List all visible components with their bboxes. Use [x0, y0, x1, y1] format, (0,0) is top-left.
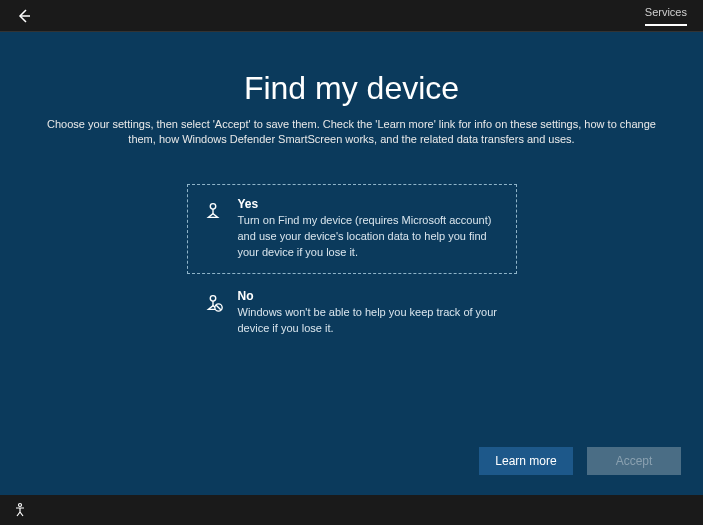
header-right: Services [645, 6, 687, 26]
accessibility-icon [12, 502, 28, 518]
options-group: Yes Turn on Find my device (requires Mic… [187, 184, 517, 352]
back-button[interactable] [16, 8, 32, 24]
option-yes-text: Yes Turn on Find my device (requires Mic… [238, 197, 502, 261]
option-yes[interactable]: Yes Turn on Find my device (requires Mic… [187, 184, 517, 274]
location-pin-disabled-icon [202, 291, 224, 313]
main-content: Find my device Choose your settings, the… [0, 32, 703, 475]
header-bar: Services [0, 0, 703, 32]
learn-more-button[interactable]: Learn more [479, 447, 573, 475]
accessibility-button[interactable] [12, 502, 28, 518]
option-no-title: No [238, 289, 502, 303]
page-subtitle: Choose your settings, then select 'Accep… [37, 117, 667, 148]
option-no[interactable]: No Windows won't be able to help you kee… [187, 276, 517, 350]
footer-bar [0, 495, 703, 525]
svg-point-3 [19, 504, 22, 507]
option-yes-title: Yes [238, 197, 502, 211]
location-pin-icon [202, 199, 224, 221]
services-tab[interactable]: Services [645, 6, 687, 26]
svg-point-1 [210, 295, 216, 301]
option-no-text: No Windows won't be able to help you kee… [238, 289, 502, 337]
button-row: Learn more Accept [479, 447, 681, 475]
accept-button[interactable]: Accept [587, 447, 681, 475]
page-title: Find my device [244, 70, 459, 107]
option-no-description: Windows won't be able to help you keep t… [238, 305, 502, 337]
option-yes-description: Turn on Find my device (requires Microso… [238, 213, 502, 261]
svg-point-0 [210, 203, 216, 209]
back-arrow-icon [16, 8, 32, 24]
